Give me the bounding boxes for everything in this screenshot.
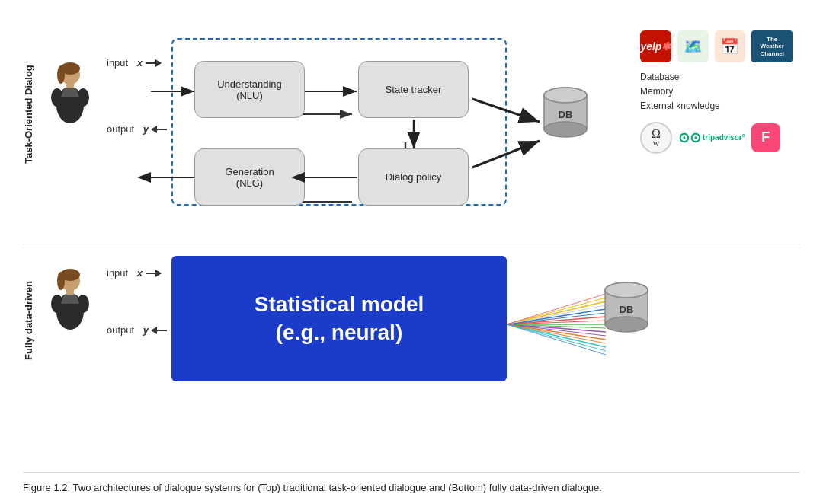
- person-top: [46, 61, 95, 132]
- input-label-bottom: input x: [107, 267, 167, 279]
- main-container: Task-Oriented Dialog: [0, 0, 823, 504]
- svg-point-61: [605, 282, 648, 298]
- stat-model-box: Statistical model (e.g., neural): [171, 256, 507, 381]
- svg-line-43: [507, 324, 606, 332]
- output-arrow-top: [152, 129, 167, 130]
- svg-point-58: [605, 317, 648, 332]
- knowledge-icons-row2: ΩW ⊙⊙ tripadvisor° F: [640, 122, 793, 154]
- output-label-top: output y: [107, 123, 167, 135]
- tripadvisor-icon: ⊙⊙ tripadvisor°: [678, 129, 745, 146]
- bottom-section-label: Fully data-driven: [23, 260, 34, 381]
- svg-line-40: [507, 309, 606, 324]
- svg-text:DB: DB: [559, 109, 573, 120]
- top-section: Task-Oriented Dialog: [23, 15, 800, 236]
- person-bottom: [46, 267, 95, 339]
- svg-line-48: [507, 313, 606, 324]
- calendar-icon: 📅: [715, 30, 746, 62]
- db-bottom: DB: [602, 279, 652, 343]
- nlu-box: Understanding (NLU): [194, 61, 305, 118]
- svg-marker-38: [61, 295, 79, 304]
- input-label-top: input x: [107, 57, 167, 69]
- output-arrow-bottom: [152, 330, 167, 331]
- foursquare-icon: F: [751, 123, 780, 152]
- output-label-bottom: output y: [107, 324, 167, 336]
- input-arrow-bottom: [146, 273, 161, 274]
- io-labels-bottom: input x output y: [107, 267, 167, 336]
- knowledge-icons-row1: yelp✱ 🗺️ 📅 TheWeatherChannel: [640, 30, 793, 62]
- weather-channel-icon: TheWeatherChannel: [751, 30, 793, 62]
- svg-line-46: [507, 298, 606, 324]
- svg-line-44: [507, 324, 606, 340]
- bottom-section: Fully data-driven input x output y: [23, 244, 800, 404]
- knowledge-text: Database Memory External knowledge: [640, 70, 793, 114]
- svg-line-52: [507, 324, 606, 343]
- svg-line-51: [507, 324, 606, 336]
- state-tracker-box: State tracker: [358, 61, 469, 118]
- svg-line-41: [507, 317, 606, 324]
- figure-caption: Figure 1.2: Two architectures of dialogu…: [23, 472, 800, 496]
- svg-point-33: [57, 272, 65, 290]
- io-labels-top: input x output y: [107, 57, 167, 135]
- nlg-box: Generation (NLG): [194, 148, 305, 206]
- map-icon: 🗺️: [677, 30, 709, 62]
- svg-line-50: [507, 324, 606, 328]
- svg-point-26: [544, 122, 587, 137]
- svg-marker-7: [61, 88, 79, 97]
- svg-line-39: [507, 301, 606, 324]
- svg-line-49: [507, 321, 606, 324]
- svg-line-54: [507, 294, 606, 324]
- yelp-icon: yelp✱: [640, 30, 671, 62]
- db-top: DB: [541, 84, 591, 148]
- wikipedia-icon: ΩW: [640, 122, 672, 154]
- dialog-policy-box: Dialog policy: [358, 148, 469, 206]
- svg-point-2: [57, 65, 65, 84]
- svg-text:DB: DB: [620, 304, 634, 315]
- svg-line-55: [507, 324, 606, 355]
- svg-line-45: [507, 324, 606, 347]
- top-section-label: Task-Oriented Dialog: [23, 38, 34, 190]
- stat-model-text: Statistical model (e.g., neural): [255, 291, 424, 346]
- svg-point-29: [544, 88, 587, 103]
- svg-line-47: [507, 305, 606, 324]
- svg-line-53: [507, 324, 606, 351]
- knowledge-sources: yelp✱ 🗺️ 📅 TheWeatherChannel Database Me…: [640, 30, 793, 154]
- input-arrow-top: [146, 62, 161, 64]
